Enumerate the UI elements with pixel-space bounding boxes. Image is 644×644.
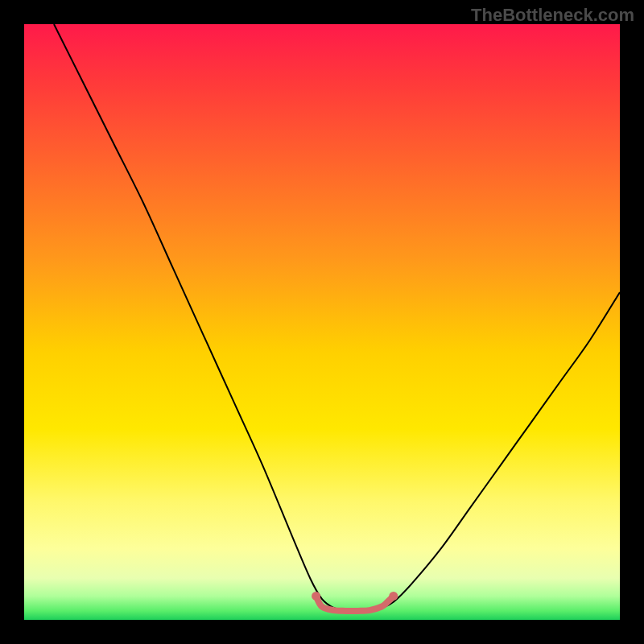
plot-area [24, 24, 620, 620]
watermark-text: TheBottleneck.com [471, 5, 634, 26]
bottleneck-curve [54, 24, 620, 611]
optimal-range-dots [312, 592, 398, 601]
marker-endpoint-dot [312, 592, 320, 601]
chart-container: TheBottleneck.com [0, 0, 644, 644]
marker-endpoint-dot [389, 592, 398, 601]
chart-svg [24, 24, 620, 620]
